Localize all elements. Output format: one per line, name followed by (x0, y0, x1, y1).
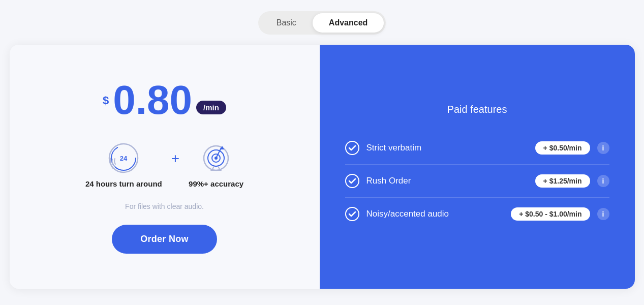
check-icon (345, 207, 359, 221)
note-text: For files with clear audio. (125, 202, 204, 210)
price-badge: /min (196, 101, 226, 114)
svg-point-13 (346, 174, 359, 188)
tab-basic[interactable]: Basic (260, 13, 313, 33)
price-tag-1: + $1.25/min (535, 174, 590, 188)
svg-point-12 (346, 141, 359, 155)
feature-name-0: Strict verbatim (366, 143, 528, 153)
svg-point-14 (346, 207, 359, 221)
feature-line-1: Rush Order+ $1.25/mini (345, 165, 609, 198)
feature-accuracy-label: 99%+ accuracy (189, 179, 243, 188)
info-icon-2[interactable]: i (597, 208, 609, 220)
feature-line-2: Noisy/accented audio+ $0.50 - $1.00/mini (345, 198, 609, 230)
price-tag-0: + $0.50/min (535, 141, 590, 155)
paid-features-title: Paid features (345, 104, 609, 115)
price-tag-2: + $0.50 - $1.00/min (511, 207, 590, 221)
feature-turnaround: 24 24 hours turn around (85, 141, 162, 188)
feature-accuracy: 99%+ accuracy (189, 141, 243, 188)
target-icon (199, 141, 233, 175)
info-icon-1[interactable]: i (597, 175, 609, 187)
price-row: $ 0.80 /min (103, 80, 226, 120)
svg-line-7 (216, 148, 221, 158)
tab-switcher: Basic Advanced (258, 11, 386, 35)
price-dollar: $ (103, 95, 109, 106)
clock-icon: 24 (106, 141, 141, 175)
features-list: Strict verbatim+ $0.50/mini Rush Order+ … (345, 132, 609, 230)
plus-separator: + (171, 150, 179, 167)
check-icon (345, 141, 359, 155)
feature-name-1: Rush Order (366, 176, 528, 186)
feature-name-2: Noisy/accented audio (366, 209, 504, 219)
price-amount: 0.80 (113, 80, 192, 120)
left-panel: $ 0.80 /min 24 24 hours turn around + (10, 45, 320, 289)
svg-text:24: 24 (120, 155, 128, 162)
feature-turnaround-label: 24 hours turn around (85, 179, 162, 188)
info-icon-0[interactable]: i (597, 142, 609, 154)
check-icon (345, 174, 359, 188)
feature-line-0: Strict verbatim+ $0.50/mini (345, 132, 609, 165)
tab-advanced[interactable]: Advanced (313, 13, 384, 33)
right-panel: Paid features Strict verbatim+ $0.50/min… (320, 45, 635, 289)
order-now-button[interactable]: Order Now (112, 225, 217, 254)
features-row: 24 24 hours turn around + (85, 141, 243, 188)
main-card: $ 0.80 /min 24 24 hours turn around + (10, 45, 635, 289)
